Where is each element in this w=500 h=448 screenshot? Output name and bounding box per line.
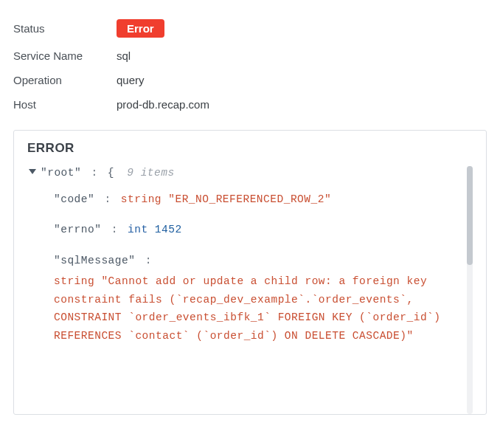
operation-value: query [117,74,145,86]
sqlmsg-value-block: string "Cannot add or update a child row… [54,272,462,345]
errno-key: "errno" [54,224,101,235]
details-table: Status Error Service Name sql Operation … [13,13,487,117]
scrollbar-track[interactable] [467,166,473,414]
host-label: Host [13,98,117,111]
panel-title: ERROR [27,141,473,156]
row-service: Service Name sql [13,44,487,68]
errno-value: 1452 [155,224,182,235]
status-badge: Error [117,19,164,38]
code-type: string [121,193,162,205]
service-label: Service Name [13,49,117,62]
code-key: "code" [54,193,94,205]
sqlmsg-value: "Cannot add or update a child row: a for… [54,275,440,342]
json-children: "code" : string "ER_NO_REFERENCED_ROW_2"… [41,188,462,356]
json-viewer: "root" : { 9 items "code" : string [27,163,473,414]
json-root-key: "root" [41,167,81,179]
sqlmsg-type: string [54,275,94,287]
row-status: Status Error [13,13,487,44]
row-host: Host prod-db.recap.com [13,92,487,117]
sqlmsg-key: "sqlMessage" [54,255,135,266]
status-value: Error [117,19,164,38]
json-root-line: "root" : { 9 items "code" : string [27,163,462,356]
json-colon: : [88,167,100,179]
host-value: prod-db.recap.com [117,98,209,111]
row-operation: Operation query [13,68,487,92]
error-panel: ERROR "root" : { 9 items "code" [13,130,487,415]
caret-down-icon[interactable] [27,163,38,176]
service-value: sql [117,49,131,62]
json-root-content: "root" : { 9 items "code" : string [38,163,462,356]
json-content: "root" : { 9 items "code" : string [27,163,462,414]
errno-type: int [128,224,148,235]
json-item-code: "code" : string "ER_NO_REFERENCED_ROW_2" [54,190,462,210]
json-open-brace: { [108,167,114,179]
json-item-count: 9 items [121,167,174,179]
status-label: Status [13,22,117,35]
operation-label: Operation [13,74,117,86]
json-item-sqlmessage: "sqlMessage" : string "Cannot add or upd… [54,251,462,345]
svg-marker-0 [29,169,36,174]
scrollbar-thumb[interactable] [467,166,473,265]
json-item-errno: "errno" : int 1452 [54,220,462,241]
code-value: "ER_NO_REFERENCED_ROW_2" [168,193,331,205]
json-children-col: "code" : string "ER_NO_REFERENCED_ROW_2"… [51,188,462,356]
